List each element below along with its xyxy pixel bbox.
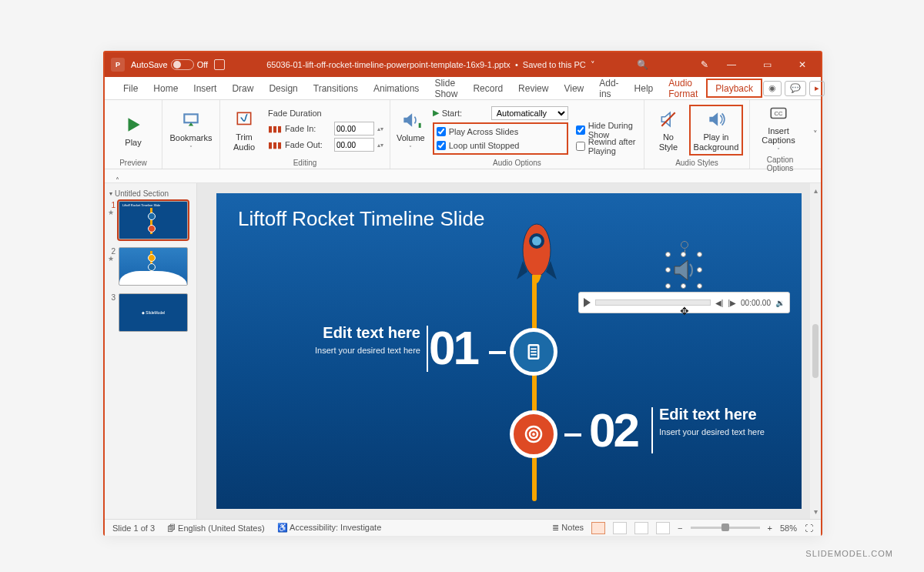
minimize-button[interactable]: — <box>719 54 744 75</box>
thumbnail-2[interactable]: 2 ★ <box>108 247 193 286</box>
group-preview: Play Preview <box>105 100 162 169</box>
slide-sorter-view-button[interactable] <box>613 522 627 534</box>
slide-canvas[interactable]: Liftoff Rocket Timeline Slide Edit text <box>197 183 821 519</box>
tab-file[interactable]: File <box>116 77 146 99</box>
fade-in-input[interactable] <box>334 122 374 135</box>
audio-object[interactable] <box>668 255 699 286</box>
zoom-out-button[interactable]: − <box>678 523 682 533</box>
tab-audio-format[interactable]: Audio Format <box>661 77 705 99</box>
share-button[interactable]: ▸ <box>809 81 825 96</box>
ribbon-display-options[interactable]: ˅ <box>105 169 821 183</box>
rewind-after-playing-checkbox[interactable]: Rewind after Playing <box>576 139 638 153</box>
group-caption-options: CC Insert Captions ˅ Caption Options <box>750 100 810 169</box>
audio-next-icon[interactable]: |▶ <box>728 299 736 307</box>
document-title: 65036-01-lift-off-rocket-timeline-powerp… <box>225 60 637 70</box>
fade-out-input[interactable] <box>334 138 374 152</box>
slide-title[interactable]: Liftoff Rocket Timeline Slide <box>238 207 484 231</box>
vertical-scrollbar[interactable]: ▴ ▾ <box>810 183 821 519</box>
bookmarks-button[interactable]: Bookmarks ˅ <box>169 105 213 156</box>
language-status[interactable]: 🗐 English (United States) <box>167 523 265 533</box>
tab-draw[interactable]: Draw <box>224 77 261 99</box>
thumbnail-1[interactable]: 1 ★ Liftoff Rocket Timeline Slide <box>108 201 193 239</box>
close-button[interactable]: ✕ <box>790 54 815 75</box>
fade-duration-label: Fade Duration <box>268 109 383 118</box>
audio-prev-icon[interactable]: ◀| <box>715 299 724 307</box>
accessibility-status[interactable]: ♿ Accessibility: Investigate <box>277 523 382 533</box>
trim-audio-icon <box>233 109 255 130</box>
notes-button[interactable]: ≣ Notes <box>552 523 584 533</box>
svg-text:CC: CC <box>774 111 782 118</box>
loop-until-stopped-checkbox[interactable]: Loop until Stopped <box>437 139 564 152</box>
captions-icon: CC <box>768 103 789 124</box>
tab-review[interactable]: Review <box>511 77 556 99</box>
group-editing: Trim Audio Fade Duration ▮▮▮ Fade In: ▴▾… <box>220 100 390 169</box>
bookmark-icon <box>180 109 202 131</box>
play-in-background-button[interactable]: Play in Background <box>689 105 743 156</box>
tab-view[interactable]: View <box>556 77 591 99</box>
volume-button[interactable]: ▮ Volume ˅ <box>397 105 425 156</box>
tab-record[interactable]: Record <box>465 77 511 99</box>
item-1-text[interactable]: Edit text here Insert your desired text … <box>290 324 420 356</box>
play-across-slides-checkbox[interactable]: Play Across Slides <box>437 125 564 139</box>
tab-help[interactable]: Help <box>627 77 661 99</box>
fade-in-colorbar-icon: ▮▮▮ <box>268 124 282 134</box>
tab-design[interactable]: Design <box>261 77 305 99</box>
zoom-level[interactable]: 58% <box>780 523 797 533</box>
node-1-icon[interactable] <box>510 328 557 376</box>
tab-addins[interactable]: Add-ins <box>591 77 626 99</box>
fit-to-window-button[interactable]: ⛶ <box>805 523 813 533</box>
autosave-toggle[interactable]: AutoSave Off <box>131 59 208 70</box>
slide-content: Liftoff Rocket Timeline Slide Edit text <box>216 193 802 509</box>
number-02[interactable]: 02 <box>589 403 638 457</box>
svg-point-8 <box>532 236 541 246</box>
comments-button[interactable]: 💬 <box>785 81 806 96</box>
play-in-background-icon <box>705 109 727 130</box>
section-header[interactable]: Untitled Section <box>109 189 192 198</box>
rotation-handle[interactable] <box>681 241 688 249</box>
play-button[interactable]: Play <box>111 105 156 156</box>
camera-mode-button[interactable]: ◉ <box>763 81 782 96</box>
reading-view-button[interactable] <box>634 522 648 534</box>
item-2-text[interactable]: Edit text here Insert your desired text … <box>659 406 790 437</box>
svg-rect-0 <box>184 114 197 122</box>
tab-animations[interactable]: Animations <box>366 77 427 99</box>
restore-button[interactable]: ▭ <box>755 54 779 75</box>
slide-thumbnails-pane: Untitled Section 1 ★ Liftoff Rocket Time… <box>105 183 197 519</box>
tab-insert[interactable]: Insert <box>186 77 224 99</box>
volume-icon: ▮ <box>400 109 421 131</box>
audio-volume-icon[interactable]: 🔉 <box>775 299 785 307</box>
tab-home[interactable]: Home <box>146 77 186 99</box>
autosave-state: Off <box>197 60 208 69</box>
no-style-button[interactable]: No Style <box>651 105 686 156</box>
fade-out-row: ▮▮▮ Fade Out: ▴▾ <box>268 138 383 152</box>
svg-point-15 <box>533 433 535 436</box>
connector-2 <box>564 433 581 437</box>
save-icon[interactable] <box>214 59 225 70</box>
rocket-icon[interactable] <box>514 218 560 298</box>
watermark: SLIDEMODEL.COM <box>805 549 893 558</box>
start-combo[interactable]: Automatically <box>491 106 568 120</box>
group-audio-styles: No Style Play in Background Audio Styles <box>644 100 750 169</box>
slideshow-view-button[interactable] <box>656 522 670 534</box>
normal-view-button[interactable] <box>591 522 605 534</box>
thumbnail-3[interactable]: 3 ◆ SlideModel <box>108 293 193 332</box>
tab-slideshow[interactable]: Slide Show <box>427 77 465 99</box>
fade-out-colorbar-icon: ▮▮▮ <box>268 140 282 150</box>
audio-progress[interactable] <box>595 299 711 306</box>
ribbon-collapse-button[interactable]: ˅ <box>810 100 821 169</box>
node-2-icon[interactable] <box>510 410 557 458</box>
ribbon-tabs: File Home Insert Draw Design Transitions… <box>105 77 821 100</box>
hide-during-show-checkbox[interactable]: Hide During Show <box>576 123 638 137</box>
number-01[interactable]: 01 <box>429 320 477 375</box>
tab-transitions[interactable]: Transitions <box>306 77 366 99</box>
zoom-slider[interactable] <box>691 527 760 529</box>
pen-icon[interactable]: ✎ <box>701 59 708 70</box>
zoom-in-button[interactable]: + <box>768 523 772 533</box>
toggle-switch-icon[interactable] <box>171 59 194 70</box>
search-icon[interactable]: 🔍 <box>637 59 648 70</box>
tab-playback[interactable]: Playback <box>706 79 762 98</box>
insert-captions-button[interactable]: CC Insert Captions ˅ <box>756 103 801 154</box>
audio-play-icon[interactable] <box>584 298 591 307</box>
slide-counter[interactable]: Slide 1 of 3 <box>112 523 155 533</box>
trim-audio-button[interactable]: Trim Audio <box>226 105 262 156</box>
